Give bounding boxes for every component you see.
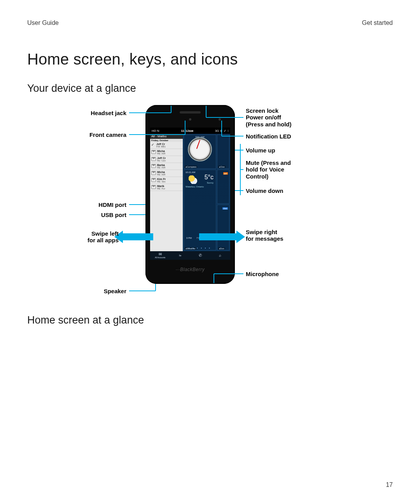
weather-hour: 3 PM: [186, 237, 192, 245]
label-swipe-left: Swipe left for all apps: [51, 230, 119, 244]
front-camera-dot: [189, 118, 191, 121]
label-screen-lock-1: Screen lock: [246, 107, 278, 114]
label-mute-1: Mute (Press and: [246, 159, 291, 166]
section-heading-1: Your device at a glance: [27, 82, 136, 94]
phone-body: BlackBerry HD N 11:12ᴀᴍ 3G ᚖ ⫽ ⫶ All - M…: [145, 105, 235, 284]
mail-subject: RE: AIR: [157, 152, 165, 155]
mail-name: Kim Fr: [157, 178, 166, 180]
mail-name: Micha: [157, 171, 165, 173]
mail-row: MichaRE: AIR: [150, 170, 183, 177]
compass-tile: 336° NW Compass: [184, 135, 216, 169]
header-right: Get started: [362, 19, 393, 26]
mail-name: Micha: [157, 150, 165, 152]
label-screen-lock-3: (Press and hold): [246, 121, 292, 128]
dock-glyph-icon: ✆: [199, 254, 202, 257]
mail-subject: FW: BB1: [156, 145, 166, 148]
mail-name: Jeff Cr: [156, 143, 166, 145]
device-diagram: BlackBerry HD N 11:12ᴀᴍ 3G ᚖ ⫽ ⫶ All - M…: [27, 101, 393, 303]
status-bar: HD N 11:12ᴀᴍ 3G ᚖ ⫽ ⫶: [150, 128, 230, 134]
clock-label: Cloc: [218, 166, 226, 168]
doc-badge: doc: [222, 207, 228, 210]
phone-brand: BlackBerry: [145, 267, 235, 272]
compass-dial-icon: [188, 137, 212, 161]
dock-item: ✆: [190, 251, 210, 260]
page-title: Home screen, keys, and icons: [27, 51, 238, 68]
label-hdmi-port: HDMI port: [51, 201, 126, 208]
mailbox-date: Friday, October: [150, 139, 183, 142]
envelope-icon: [151, 164, 156, 168]
weather-temp: 5°c: [205, 174, 214, 181]
dock-glyph-icon: ⌕: [219, 254, 221, 257]
mail-name: Barba: [157, 164, 165, 166]
label-swipe-left-2: for all apps: [88, 237, 119, 243]
mail-subject: RE: For: [157, 187, 165, 190]
label-notification-led: Notification LED: [246, 133, 339, 140]
envelope-icon: [151, 157, 156, 161]
label-speaker: Speaker: [51, 288, 126, 294]
label-swipe-right-2: for messages: [246, 235, 284, 242]
mail-subject: RE: Stic: [157, 180, 166, 183]
docs-tile-1: ppt: [217, 170, 229, 204]
label-screen-lock-2: Power on/off: [246, 114, 281, 121]
mail-row: Jeff CrRe: Can: [150, 156, 183, 163]
mail-name: Jeff Cr: [157, 157, 166, 159]
mail-row: Jeff CrFW: BB1: [150, 142, 183, 149]
weather-loc: Waterloo, Ontario: [186, 186, 204, 188]
dock-label: All Accounts: [155, 256, 165, 259]
compass-label: Compass: [185, 166, 197, 168]
header-left: User Guide: [27, 19, 59, 26]
mail-name: Marik: [157, 185, 165, 187]
mail-row: Kim FrRE: Stic: [150, 177, 183, 184]
envelope-icon: [151, 150, 156, 154]
mail-subject: Re: Can: [157, 159, 166, 162]
dock-label: Se: [179, 254, 181, 257]
ppt-badge: ppt: [223, 172, 228, 175]
page-number: 17: [386, 481, 393, 488]
swipe-right-arrow-icon: [199, 233, 238, 240]
label-swipe-left-1: Swipe left: [91, 230, 119, 237]
mail-subject: RE: AIR: [157, 166, 165, 169]
mail-row: MarikRE: For: [150, 184, 183, 191]
mail-row: MichaRE: AIR: [150, 149, 183, 156]
statusbar-right: 3G ᚖ ⫽ ⫶: [215, 129, 229, 133]
envelope-icon: [151, 178, 156, 182]
label-volume-down: Volume down: [246, 187, 339, 194]
mailbox-header: All - Mailbo: [150, 134, 183, 139]
clock-tile: Cloc: [217, 135, 229, 169]
swipe-left-arrow-icon: [121, 233, 153, 240]
label-volume-up: Volume up: [246, 147, 339, 154]
weather-cond: Sunny: [207, 182, 214, 184]
earpiece-slot: [180, 111, 201, 114]
dock-glyph-icon: ✉: [159, 252, 162, 256]
dock-item: ⌕: [210, 251, 231, 260]
label-headset-jack: Headset jack: [51, 110, 126, 116]
label-screen-lock: Screen lock Power on/off (Press and hold…: [246, 107, 339, 128]
statusbar-left: HD N: [152, 129, 159, 133]
label-swipe-right-1: Swipe right: [246, 229, 277, 235]
label-front-camera: Front camera: [51, 131, 126, 138]
envelope-icon: [151, 171, 156, 175]
mailbox-column: All - Mailbo Friday, October Jeff CrFW: …: [150, 134, 183, 251]
statusbar-center: 11:12ᴀᴍ: [181, 129, 193, 133]
label-mute: Mute (Press and hold for Voice Control): [246, 159, 339, 180]
mail-subject: RE: AIR: [157, 173, 165, 176]
mail-row: BarbaRE: AIR: [150, 163, 183, 170]
page-dots: • • • • • •: [184, 247, 216, 249]
docs-tile-2: doc Doc: [217, 205, 229, 250]
dock-item: ✉All Accounts: [150, 251, 170, 260]
notification-led-dot: [219, 118, 221, 121]
label-mute-2: hold for Voice: [246, 166, 284, 173]
label-swipe-right: Swipe right for messages: [246, 229, 339, 242]
label-usb-port: USB port: [51, 212, 126, 218]
docs-label: Doc: [218, 247, 225, 250]
weather-icon: [189, 175, 197, 184]
label-mute-3: Control): [246, 173, 268, 180]
section-heading-2: Home screen at a glance: [27, 314, 144, 326]
checkmark-icon: [151, 143, 155, 146]
dock-item: Se: [170, 251, 191, 260]
envelope-icon: [151, 185, 156, 189]
label-microphone: Microphone: [246, 271, 339, 277]
dock-bar: ✉All AccountsSe✆⌕: [150, 251, 230, 260]
weather-time: 10:21 AM: [186, 171, 195, 173]
